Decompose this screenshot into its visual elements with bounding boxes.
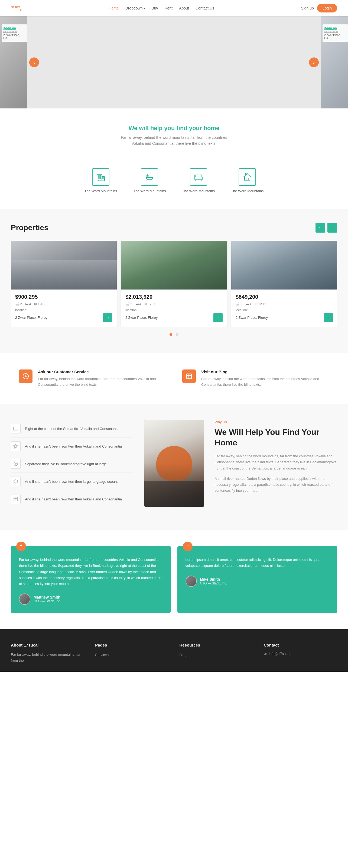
feature-item-2: The Word Mountains xyxy=(182,168,215,193)
brand-dot: . xyxy=(20,4,22,12)
property-arrow-button-1[interactable]: → xyxy=(213,313,222,322)
nav-dropdown[interactable]: Dropdown ▾ xyxy=(126,6,145,10)
feature-label-3: The Word Mountains xyxy=(231,189,264,193)
quote-mark-0: " xyxy=(16,541,26,551)
why-us-tag: Why Us xyxy=(215,420,338,424)
svg-rect-14 xyxy=(195,177,202,180)
nav-actions: Sign up Login xyxy=(301,4,337,12)
svg-line-11 xyxy=(147,180,147,181)
hero-right-side: $999,00 $1,000,000 2 Zwar Place, Flo... xyxy=(321,16,348,108)
bath-count-2: 🛁 2 xyxy=(236,302,242,306)
author-info-1: Mike Smith CTO — Stack, Inc. xyxy=(200,577,227,585)
area-count-1: ⊞ 120² xyxy=(144,302,155,306)
signup-link[interactable]: Sign up xyxy=(301,6,314,10)
cta-text-1: Visit our Blog Far far away, behind the … xyxy=(201,370,329,388)
cta-title-1: Visit our Blog xyxy=(201,370,329,374)
hero-prev-button[interactable]: ‹ xyxy=(29,58,39,67)
why-us-left: Right at the coast of the Semantics Voka… xyxy=(11,420,144,514)
feature-icon-home xyxy=(239,168,256,186)
nav-links: Home Dropdown ▾ Buy Rent About Contact U… xyxy=(109,6,214,10)
side-price-card: $999,00 $1,000,000 2 Zwar Place, Flo... xyxy=(2,24,27,42)
nav-contact[interactable]: Contact Us xyxy=(196,6,214,10)
property-location-label-0: location: xyxy=(15,308,112,312)
property-arrow-button-2[interactable]: → xyxy=(324,313,333,322)
author-avatar-0 xyxy=(19,593,30,605)
dot-2[interactable] xyxy=(176,333,178,336)
feature-label-1: The Word Mountains xyxy=(133,189,166,193)
property-location-2: 2 Zwar Place, Florey xyxy=(236,315,268,320)
cta-text-0: Ask our Customer Service Far far away, b… xyxy=(38,370,166,388)
footer-col-pages: Pages Services xyxy=(95,643,169,663)
svg-rect-4 xyxy=(100,178,101,179)
property-price-2: $849,200 xyxy=(236,294,333,300)
cta-icon-0 xyxy=(19,370,33,383)
why-us-heading: We Will Help You Find Your Home xyxy=(215,427,338,448)
author-name-0: Matthew Smith xyxy=(34,595,61,599)
email-icon: ✉ xyxy=(264,652,267,656)
svg-point-31 xyxy=(14,462,18,466)
dot-1[interactable] xyxy=(170,333,172,336)
bed-count-1: 🛏 4 xyxy=(135,302,141,306)
tagline-description: Far far away, behind the word mountains,… xyxy=(120,134,228,147)
cta-description-0: Far far away, behind the word mountains,… xyxy=(38,376,166,388)
property-features-0: 🛁 2 🛏 4 ⊞ 120² xyxy=(15,302,112,306)
property-features-2: 🛁 2 🛏 4 ⊞ 120² xyxy=(236,302,333,306)
svg-rect-6 xyxy=(102,178,103,178)
footer: About 17sucai Far far away, behind the w… xyxy=(0,629,348,672)
tagline-section: We will help you find your home Far far … xyxy=(0,108,348,157)
list-icon-4 xyxy=(11,494,21,504)
svg-rect-5 xyxy=(102,177,105,181)
list-icon-0 xyxy=(11,424,21,433)
feature-item-1: The Word Mountains xyxy=(133,168,166,193)
nav-buy[interactable]: Buy xyxy=(151,6,158,10)
dropdown-arrow-icon: ▾ xyxy=(143,7,145,10)
author-info-0: Matthew Smith CEO — Stack, Inc. xyxy=(34,595,61,603)
feature-icon-bath xyxy=(141,168,158,186)
svg-line-12 xyxy=(152,180,152,181)
testimonial-card-0: " Far far away, behind the word mountain… xyxy=(11,546,171,613)
properties-section: Properties ← → $900,295 🛁 2 🛏 4 ⊞ 120² l… xyxy=(0,209,348,353)
cta-title-0: Ask our Customer Service xyxy=(38,370,166,374)
list-icon-1 xyxy=(11,441,21,451)
features-icons-section: The Word Mountains The Word Mountains xyxy=(0,157,348,209)
feature-item-3: The Word Mountains xyxy=(231,168,264,193)
footer-about-heading: About 17sucai xyxy=(11,643,84,647)
svg-rect-7 xyxy=(104,178,105,178)
testimonial-author-1: Mike Smith CTO — Stack, Inc. xyxy=(185,576,329,587)
properties-next-button[interactable]: → xyxy=(327,223,337,232)
hero-next-button[interactable]: › xyxy=(309,58,319,67)
cta-block-0: Ask our Customer Service Far far away, b… xyxy=(11,370,174,388)
why-us-item-0: Right at the coast of the Semantics Voka… xyxy=(11,420,134,437)
properties-prev-button[interactable]: ← xyxy=(315,223,325,232)
why-us-item-1: And if she hasn't been rewritten then Vo… xyxy=(11,437,134,455)
property-arrow-button-0[interactable]: → xyxy=(103,313,112,322)
footer-contact-info: ✉ info@17sucai. xyxy=(264,652,337,656)
bed-count-2: 🛏 4 xyxy=(246,302,252,306)
why-us-image xyxy=(144,420,204,507)
nav-rent[interactable]: Rent xyxy=(165,6,173,10)
footer-resources-list: Blog xyxy=(179,652,253,658)
property-card-0: $900,295 🛁 2 🛏 4 ⊞ 120² location: 2 Zwar… xyxy=(11,241,117,327)
footer-contact-heading: Contact xyxy=(264,643,337,647)
property-location-label-1: location: xyxy=(126,308,222,312)
footer-col-about: About 17sucai Far far away, behind the w… xyxy=(11,643,84,663)
svg-rect-3 xyxy=(98,178,99,179)
brand-logo[interactable]: Homey. xyxy=(11,4,22,12)
svg-rect-1 xyxy=(98,176,99,177)
property-image-2 xyxy=(231,241,337,289)
footer-email: info@17sucai. xyxy=(269,652,291,656)
login-button[interactable]: Login xyxy=(317,4,337,12)
hero-section: $999,00 $1,000,000 2 Zwar Place, Flo... … xyxy=(0,16,348,108)
author-title-0: CEO — Stack, Inc. xyxy=(34,599,61,603)
author-name-1: Mike Smith xyxy=(200,577,227,582)
footer-resources-link-0[interactable]: Blog xyxy=(179,653,186,657)
property-location-label-2: location: xyxy=(236,308,333,312)
hero-left-side: $999,00 $1,000,000 2 Zwar Place, Flo... xyxy=(0,16,27,108)
author-title-1: CTO — Stack, Inc. xyxy=(200,582,227,585)
nav-about[interactable]: About xyxy=(179,6,189,10)
cta-description-1: Far far away, behind the word mountains,… xyxy=(201,376,329,388)
nav-home[interactable]: Home xyxy=(109,6,118,10)
footer-grid: About 17sucai Far far away, behind the w… xyxy=(11,643,337,663)
footer-pages-link-0[interactable]: Services xyxy=(95,653,109,657)
footer-about-text: Far far away, behind the word mountains,… xyxy=(11,652,84,663)
